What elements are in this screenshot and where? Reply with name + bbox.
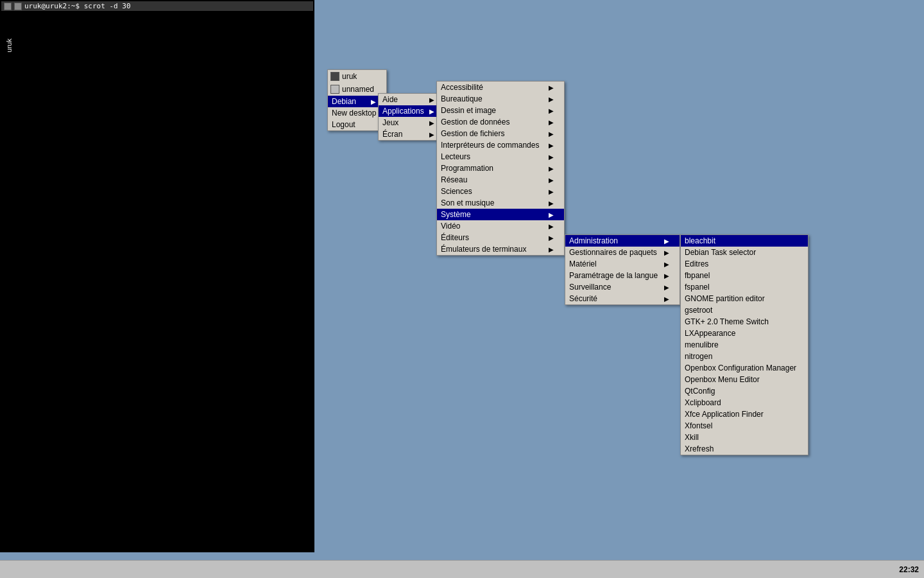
admin-fbpanel[interactable]: fbpanel (681, 270, 808, 281)
app-dessin[interactable]: Dessin et image ▶ (437, 105, 564, 116)
xfontsel-label: Xfontsel (685, 421, 712, 430)
accessibilite-label: Accessibilité (441, 83, 483, 92)
sciences-arrow: ▶ (549, 188, 554, 195)
menu-item-aide[interactable]: Aide ▶ (379, 94, 445, 105)
sys-materiel[interactable]: Matériel ▶ (565, 258, 680, 270)
sys-parametrage[interactable]: Paramétrage de la langue ▶ (565, 270, 680, 281)
gestion-fichiers-label: Gestion de fichiers (441, 129, 504, 138)
editeurs-label: Éditeurs (441, 233, 469, 242)
systeme-arrow: ▶ (549, 211, 554, 218)
menu-item-applications[interactable]: Applications ▶ (379, 105, 445, 117)
admin-xclipboard[interactable]: Xclipboard (681, 397, 808, 408)
app-editeurs[interactable]: Éditeurs ▶ (437, 232, 564, 243)
menu-applications: Accessibilité ▶ Bureautique ▶ Dessin et … (436, 81, 565, 256)
app-son[interactable]: Son et musique ▶ (437, 197, 564, 209)
sys-securite[interactable]: Sécurité ▶ (565, 293, 680, 304)
admin-xrefresh[interactable]: Xrefresh (681, 443, 808, 455)
terminal-content (1, 11, 313, 22)
side-label: uruk (5, 39, 13, 52)
admin-gnome-partition[interactable]: GNOME partition editor (681, 293, 808, 304)
administration-label: Administration (569, 236, 618, 245)
reseau-arrow: ▶ (549, 177, 554, 184)
admin-xfce-finder[interactable]: Xfce Application Finder (681, 408, 808, 420)
menu-systeme: Administration ▶ Gestionnaires de paquet… (565, 234, 680, 305)
app-lecteurs[interactable]: Lecteurs ▶ (437, 151, 564, 162)
app-interpreteurs[interactable]: Interpréteurs de commandes ▶ (437, 139, 564, 151)
sys-administration[interactable]: Administration ▶ (565, 235, 680, 247)
app-video[interactable]: Vidéo ▶ (437, 220, 564, 232)
admin-editres[interactable]: Editres (681, 258, 808, 270)
editres-label: Editres (685, 259, 708, 268)
terminal-titlebar: uruk@uruk2:~$ scrot -d 30 (1, 1, 313, 11)
surveillance-arrow: ▶ (664, 284, 669, 291)
son-label: Son et musique (441, 198, 494, 207)
uruk-icon (330, 72, 339, 81)
aide-arrow: ▶ (429, 96, 434, 103)
admin-openbox-config[interactable]: Openbox Configuration Manager (681, 362, 808, 374)
bureautique-arrow: ▶ (549, 96, 554, 103)
parametrage-arrow: ▶ (664, 272, 669, 279)
bureautique-label: Bureautique (441, 94, 483, 103)
menu-debian: Aide ▶ Applications ▶ Jeux ▶ Écran ▶ (378, 93, 445, 141)
app-reseau[interactable]: Réseau ▶ (437, 174, 564, 186)
gestionnaires-arrow: ▶ (664, 249, 669, 256)
bleachbit-label: bleachbit (685, 236, 715, 245)
admin-qtconfig[interactable]: QtConfig (681, 385, 808, 397)
sciences-label: Sciences (441, 187, 472, 196)
admin-debian-task[interactable]: Debian Task selector (681, 247, 808, 258)
interpreteurs-arrow: ▶ (549, 142, 554, 149)
admin-gtk-theme[interactable]: GTK+ 2.0 Theme Switch (681, 316, 808, 328)
son-arrow: ▶ (549, 200, 554, 207)
taskbar: 22:32 (0, 560, 924, 578)
jeux-arrow: ▶ (429, 119, 434, 127)
dessin-label: Dessin et image (441, 106, 496, 115)
admin-menulibre[interactable]: menulibre (681, 339, 808, 351)
applications-label: Applications (382, 107, 424, 116)
fbpanel-label: fbpanel (685, 271, 710, 280)
menu-item-uruk[interactable]: uruk (328, 70, 386, 83)
admin-fspanel[interactable]: fspanel (681, 281, 808, 293)
gestionnaires-label: Gestionnaires de paquets (569, 248, 657, 257)
lecteurs-label: Lecteurs (441, 152, 470, 161)
admin-bleachbit[interactable]: bleachbit (681, 235, 808, 247)
app-sciences[interactable]: Sciences ▶ (437, 186, 564, 197)
openbox-menu-label: Openbox Menu Editor (685, 375, 760, 384)
editeurs-arrow: ▶ (549, 234, 554, 241)
gestion-donnees-arrow: ▶ (549, 119, 554, 126)
admin-nitrogen[interactable]: nitrogen (681, 351, 808, 362)
admin-lxappearance[interactable]: LXAppearance (681, 328, 808, 339)
menu-item-jeux[interactable]: Jeux ▶ (379, 117, 445, 128)
menu-item-ecran[interactable]: Écran ▶ (379, 128, 445, 140)
term-btn-2[interactable] (14, 3, 22, 10)
terminal: uruk@uruk2:~$ scrot -d 30 (0, 0, 314, 552)
menulibre-label: menulibre (685, 340, 719, 349)
gnome-partition-label: GNOME partition editor (685, 294, 765, 303)
admin-xkill[interactable]: Xkill (681, 432, 808, 443)
debian-arrow: ▶ (371, 98, 376, 105)
admin-gsetroot[interactable]: gsetroot (681, 304, 808, 316)
app-bureautique[interactable]: Bureautique ▶ (437, 93, 564, 105)
admin-xfontsel[interactable]: Xfontsel (681, 420, 808, 432)
sys-surveillance[interactable]: Surveillance ▶ (565, 281, 680, 293)
debian-task-label: Debian Task selector (685, 248, 756, 257)
programmation-arrow: ▶ (549, 165, 554, 172)
administration-arrow: ▶ (664, 238, 669, 245)
app-gestion-donnees[interactable]: Gestion de données ▶ (437, 116, 564, 128)
parametrage-label: Paramétrage de la langue (569, 271, 658, 280)
securite-label: Sécurité (569, 294, 597, 303)
app-systeme[interactable]: Système ▶ (437, 209, 564, 220)
lecteurs-arrow: ▶ (549, 153, 554, 161)
term-btn-1[interactable] (4, 3, 12, 10)
sys-gestionnaires[interactable]: Gestionnaires de paquets ▶ (565, 247, 680, 258)
app-gestion-fichiers[interactable]: Gestion de fichiers ▶ (437, 128, 564, 139)
app-accessibilite[interactable]: Accessibilité ▶ (437, 82, 564, 93)
applications-arrow: ▶ (429, 108, 434, 115)
admin-openbox-menu[interactable]: Openbox Menu Editor (681, 374, 808, 385)
app-programmation[interactable]: Programmation ▶ (437, 162, 564, 174)
ecran-label: Écran (382, 130, 402, 139)
app-emulateurs[interactable]: Émulateurs de terminaux ▶ (437, 243, 564, 255)
emulateurs-arrow: ▶ (549, 246, 554, 253)
xkill-label: Xkill (685, 433, 699, 442)
jeux-label: Jeux (382, 118, 398, 127)
menu-administration: bleachbit Debian Task selector Editres f… (680, 234, 809, 455)
